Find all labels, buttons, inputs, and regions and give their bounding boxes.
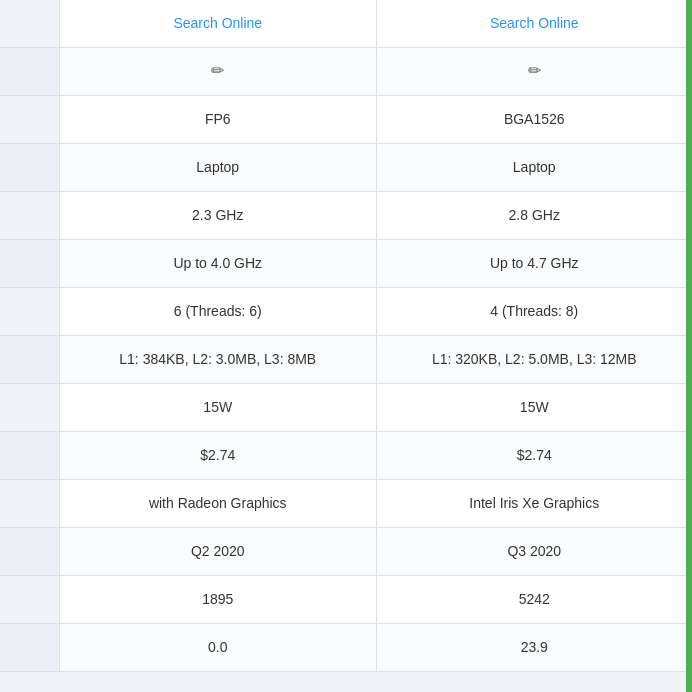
row-benchmark2-col1: 0.0 <box>60 624 377 671</box>
page-wrapper: Search OnlineSearch Online✏✏FP6BGA1526La… <box>0 0 692 692</box>
row-release: Q2 2020Q3 2020 <box>0 528 692 576</box>
row-tdp-label <box>0 384 60 431</box>
row-release-col1: Q2 2020 <box>60 528 377 575</box>
row-search-online-col1: Search Online <box>60 0 377 47</box>
row-segment-col2: Laptop <box>377 144 693 191</box>
row-tdp-col1: 15W <box>60 384 377 431</box>
row-price-label <box>0 432 60 479</box>
row-segment-label <box>0 144 60 191</box>
row-edit: ✏✏ <box>0 48 692 96</box>
search-online-link-col1[interactable]: Search Online <box>173 14 262 34</box>
row-base-clock-label <box>0 192 60 239</box>
row-cache-label <box>0 336 60 383</box>
row-turbo-clock-label <box>0 240 60 287</box>
row-cache-col2: L1: 320KB, L2: 5.0MB, L3: 12MB <box>377 336 693 383</box>
row-cache: L1: 384KB, L2: 3.0MB, L3: 8MBL1: 320KB, … <box>0 336 692 384</box>
row-socket-label <box>0 96 60 143</box>
row-edit-col1[interactable]: ✏ <box>60 48 377 95</box>
row-tdp-col2: 15W <box>377 384 693 431</box>
row-release-col2: Q3 2020 <box>377 528 693 575</box>
row-cores-threads-label <box>0 288 60 335</box>
row-graphics-col1: with Radeon Graphics <box>60 480 377 527</box>
row-turbo-clock-col2: Up to 4.7 GHz <box>377 240 693 287</box>
edit-icon-col1[interactable]: ✏ <box>211 60 224 82</box>
row-graphics: with Radeon GraphicsIntel Iris Xe Graphi… <box>0 480 692 528</box>
row-graphics-label <box>0 480 60 527</box>
row-cores-threads-col2: 4 (Threads: 8) <box>377 288 693 335</box>
row-base-clock-col1: 2.3 GHz <box>60 192 377 239</box>
search-online-link-col2[interactable]: Search Online <box>490 14 579 34</box>
row-benchmark1-col1: 1895 <box>60 576 377 623</box>
row-benchmark1-col2: 5242 <box>377 576 693 623</box>
row-price-col1: $2.74 <box>60 432 377 479</box>
row-socket-col1: FP6 <box>60 96 377 143</box>
row-turbo-clock-col1: Up to 4.0 GHz <box>60 240 377 287</box>
row-segment-col1: Laptop <box>60 144 377 191</box>
row-graphics-col2: Intel Iris Xe Graphics <box>377 480 693 527</box>
comparison-table: Search OnlineSearch Online✏✏FP6BGA1526La… <box>0 0 692 672</box>
row-edit-col2[interactable]: ✏ <box>377 48 693 95</box>
row-base-clock: 2.3 GHz2.8 GHz <box>0 192 692 240</box>
row-price-col2: $2.74 <box>377 432 693 479</box>
row-cores-threads-col1: 6 (Threads: 6) <box>60 288 377 335</box>
row-turbo-clock: Up to 4.0 GHzUp to 4.7 GHz <box>0 240 692 288</box>
edit-icon-col2[interactable]: ✏ <box>528 60 541 82</box>
row-socket: FP6BGA1526 <box>0 96 692 144</box>
row-benchmark2-col2: 23.9 <box>377 624 693 671</box>
row-search-online-col2: Search Online <box>377 0 693 47</box>
row-release-label <box>0 528 60 575</box>
row-benchmark2: 0.023.9 <box>0 624 692 672</box>
green-accent-bar <box>686 0 692 692</box>
row-socket-col2: BGA1526 <box>377 96 693 143</box>
row-cache-col1: L1: 384KB, L2: 3.0MB, L3: 8MB <box>60 336 377 383</box>
row-benchmark2-label <box>0 624 60 671</box>
row-search-online-label <box>0 0 60 47</box>
row-benchmark1: 18955242 <box>0 576 692 624</box>
row-price: $2.74$2.74 <box>0 432 692 480</box>
row-tdp: 15W15W <box>0 384 692 432</box>
row-base-clock-col2: 2.8 GHz <box>377 192 693 239</box>
row-cores-threads: 6 (Threads: 6)4 (Threads: 8) <box>0 288 692 336</box>
row-edit-label <box>0 48 60 95</box>
row-search-online: Search OnlineSearch Online <box>0 0 692 48</box>
row-benchmark1-label <box>0 576 60 623</box>
row-segment: LaptopLaptop <box>0 144 692 192</box>
